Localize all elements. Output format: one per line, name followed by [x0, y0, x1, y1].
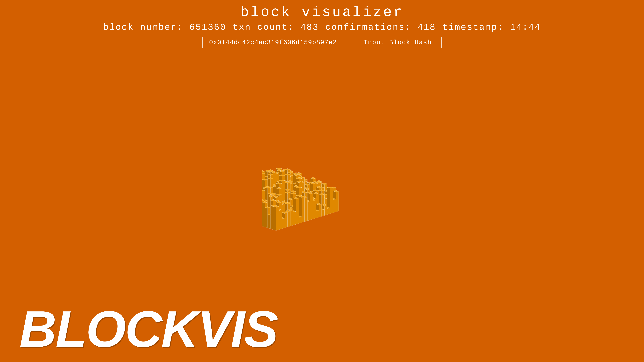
block-number-label: block number:	[103, 22, 183, 32]
txn-count-value: 483	[300, 22, 319, 32]
txn-count-label: txn count:	[233, 22, 294, 32]
block-stats: block number: 651360 txn count: 483 conf…	[103, 22, 541, 32]
input-block-hash-button[interactable]: Input Block Hash	[354, 37, 442, 48]
confirmations-value: 418	[418, 22, 436, 32]
timestamp-label: timestamp:	[442, 22, 504, 32]
hash-input[interactable]	[202, 37, 344, 48]
block-canvas	[262, 167, 382, 242]
brand-text: BLOCKVIS	[19, 303, 277, 355]
timestamp-value: 14:44	[510, 22, 541, 32]
confirmations-label: confirmations:	[325, 22, 411, 32]
block-number-value: 651360	[190, 22, 226, 32]
branding-area: BLOCKVIS	[19, 303, 277, 355]
page-header: block visualizer block number: 651360 tx…	[103, 4, 541, 48]
page-title: block visualizer	[240, 4, 404, 20]
controls-row: Input Block Hash	[202, 37, 442, 48]
